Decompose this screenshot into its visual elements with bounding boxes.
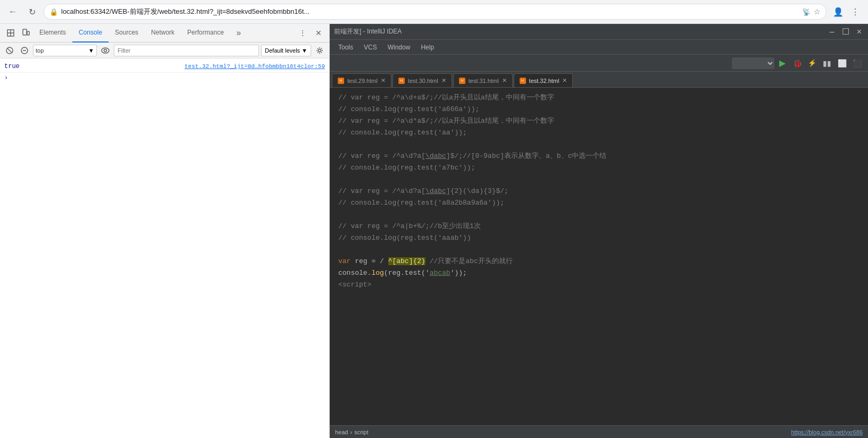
inspect-icon[interactable]	[3, 26, 18, 40]
code-line-empty-4	[338, 244, 859, 256]
run-button[interactable]: ▶	[775, 56, 789, 70]
browser-actions: 👤 ⋮	[831, 4, 863, 19]
code-line-8: // console.log(reg.test('a8a2b8a9a6a'));	[338, 197, 859, 209]
ide-toolbar: ▶ 🐞 ⚡ ▮▮ ⬜ ⬛	[330, 55, 868, 72]
clear-console-button[interactable]	[3, 44, 16, 57]
devtools-settings-dots[interactable]: ⋮	[295, 26, 310, 40]
default-levels-button[interactable]: Default levels ▼	[261, 45, 311, 56]
tab-close-icon-3[interactable]: ✕	[502, 77, 507, 84]
filter-input[interactable]	[114, 45, 259, 56]
breadcrumb-head: head	[335, 429, 348, 435]
chevron-down-icon: ▼	[302, 47, 307, 54]
svg-point-11	[319, 49, 321, 52]
code-line-5: // var reg = /^a\d?a[\dabc]$/;//[0-9abc]…	[338, 150, 859, 162]
preserve-log-button[interactable]	[18, 44, 31, 57]
menu-help[interactable]: Help	[416, 43, 438, 52]
code-line-6: // console.log(reg.test('a7bc'));	[338, 162, 859, 174]
code-line-10: // console.log(reg.test('aaab'))	[338, 232, 859, 244]
run-config-dropdown[interactable]	[732, 57, 774, 69]
code-line-empty-2	[338, 174, 859, 186]
maximize-button[interactable]: ☐	[840, 27, 852, 37]
more-tabs-icon[interactable]: »	[231, 26, 246, 40]
menu-window[interactable]: Window	[383, 43, 415, 52]
code-line-12: console.log(reg.test('abcab'));	[338, 267, 859, 279]
debug-button[interactable]: 🐞	[790, 56, 804, 70]
account-button[interactable]: 👤	[831, 4, 846, 19]
lock-icon: 🔒	[49, 8, 58, 16]
html-file-icon-2: H	[398, 78, 405, 84]
code-line-3: // var reg = /^a\d*a$/;//以a开头且以a结尾，中间有一个…	[338, 115, 859, 127]
forward-button[interactable]: ↻	[24, 4, 39, 19]
tab-test29[interactable]: H test.29.html ✕	[332, 73, 391, 87]
more-actions-button[interactable]: ▮▮	[820, 56, 834, 70]
close-button[interactable]: ×	[855, 27, 864, 37]
svg-point-10	[104, 49, 107, 52]
main-content: Elements Console Sources Network Perform…	[0, 24, 868, 438]
console-expand-arrow[interactable]: ›	[0, 73, 329, 82]
code-line-1: // var reg = /^a\d+a$/;//以a开头且以a结尾，中间有一个…	[338, 92, 859, 104]
address-text: localhost:63342/WEB-前端开发/web/test.32.htm…	[61, 7, 799, 16]
console-settings-icon[interactable]	[313, 44, 326, 57]
code-line-7: // var reg = /^a\d?a[\dabc]{2}(\da){3}$/…	[338, 186, 859, 197]
code-line-13: <script>	[338, 279, 859, 291]
eye-icon[interactable]	[99, 44, 112, 57]
tab-network[interactable]: Network	[145, 24, 181, 43]
html-file-icon-3: H	[459, 78, 465, 84]
tab-sources[interactable]: Sources	[108, 24, 145, 43]
coverage-button[interactable]: ⚡	[805, 56, 819, 70]
console-value: true	[4, 62, 185, 71]
status-breadcrumb: head › script	[335, 429, 368, 435]
devtools-tabs: Elements Console Sources Network Perform…	[0, 24, 329, 43]
tab-console[interactable]: Console	[72, 24, 108, 43]
devtools-close-button[interactable]: ✕	[311, 26, 326, 40]
console-output-line: true test.32.html?_ijt=8d…hfobmbbn16t4cl…	[0, 61, 329, 73]
code-line-9: // var reg = /^a|b+%/;//b至少出现1次	[338, 221, 859, 232]
ide-code-area: // var reg = /^a\d+a$/;//以a开头且以a结尾，中间有一个…	[330, 88, 868, 425]
tab-close-icon-4[interactable]: ✕	[562, 77, 567, 84]
html-file-icon: H	[338, 78, 344, 84]
tab-elements[interactable]: Elements	[33, 24, 72, 43]
breadcrumb-separator: ›	[350, 429, 352, 435]
ide-window-controls: – ☐ ×	[828, 27, 864, 37]
tab-close-icon[interactable]: ✕	[381, 77, 386, 84]
tab-test30[interactable]: H test.30.html ✕	[393, 73, 452, 87]
code-line-2: // console.log(reg.test('a666a'));	[338, 104, 859, 115]
toolbar-action-1[interactable]: ⬜	[835, 56, 849, 70]
ide-title: 前端开发] - IntelliJ IDEA	[334, 27, 402, 36]
menu-vcs[interactable]: VCS	[360, 43, 381, 52]
breadcrumb-script: script	[354, 429, 368, 435]
devtools-actions: ⋮ ✕	[295, 26, 326, 40]
status-link[interactable]: https://blog.csdn.net/yxr686	[791, 429, 863, 435]
back-button[interactable]: ←	[5, 4, 20, 19]
ide-panel: 前端开发] - IntelliJ IDEA – ☐ × Tools VCS Wi…	[330, 24, 868, 438]
ide-menubar: Tools VCS Window Help	[330, 40, 868, 55]
console-toolbar: top ▼ Default levels ▼	[0, 43, 329, 58]
browser-chrome: ← ↻ 🔒 localhost:63342/WEB-前端开发/web/test.…	[0, 0, 868, 24]
svg-rect-4	[27, 31, 29, 35]
chevron-down-icon: ▼	[88, 47, 94, 54]
console-source-link[interactable]: test.32.html?_ijt=8d…hfobmbbn16t4clor:59	[185, 62, 325, 71]
code-line-empty-1	[338, 139, 859, 150]
tab-close-icon-2[interactable]: ✕	[441, 77, 446, 84]
code-line-4: // console.log(reg.test('aa'));	[338, 127, 859, 139]
svg-point-9	[102, 48, 109, 53]
tab-test32[interactable]: H test.32.html ✕	[514, 73, 573, 87]
toolbar-action-2[interactable]: ⬛	[850, 56, 864, 70]
tab-performance[interactable]: Performance	[181, 24, 230, 43]
tab-test31[interactable]: H test.31.html ✕	[453, 73, 513, 87]
bookmark-icon[interactable]: ☆	[814, 7, 821, 16]
html-file-icon-4: H	[520, 78, 526, 84]
ide-tabs: H test.29.html ✕ H test.30.html ✕ H test…	[330, 72, 868, 88]
svg-line-6	[7, 48, 12, 53]
address-bar[interactable]: 🔒 localhost:63342/WEB-前端开发/web/test.32.h…	[44, 4, 827, 20]
console-output: true test.32.html?_ijt=8d…hfobmbbn16t4cl…	[0, 58, 329, 438]
ide-header: 前端开发] - IntelliJ IDEA – ☐ ×	[330, 24, 868, 40]
ide-statusbar: head › script https://blog.csdn.net/yxr6…	[330, 425, 868, 438]
devtools-panel: Elements Console Sources Network Perform…	[0, 24, 330, 438]
device-icon[interactable]	[18, 26, 33, 40]
minimize-button[interactable]: –	[828, 27, 837, 37]
context-selector[interactable]: top ▼	[33, 45, 97, 56]
menu-tools[interactable]: Tools	[334, 43, 357, 52]
menu-button[interactable]: ⋮	[848, 4, 863, 19]
svg-rect-3	[23, 29, 27, 35]
